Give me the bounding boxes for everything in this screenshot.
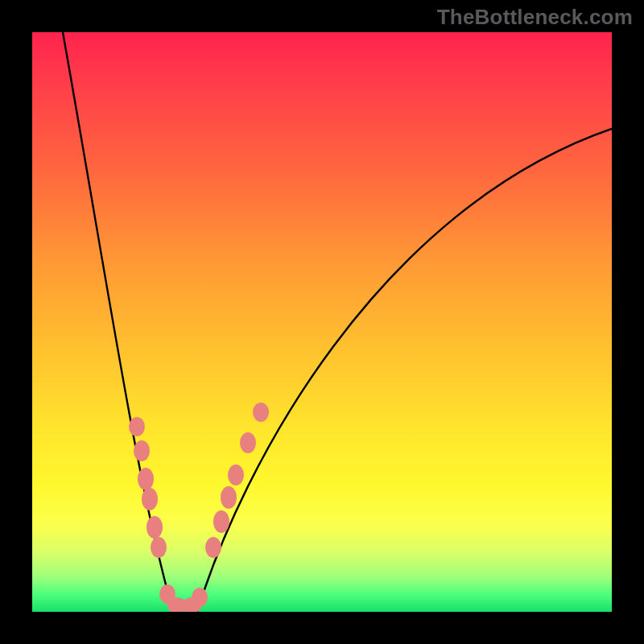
data-marker	[213, 510, 229, 533]
data-marker	[151, 537, 167, 558]
data-marker	[138, 468, 154, 490]
plot-area	[32, 32, 612, 612]
curve-group	[63, 32, 612, 612]
watermark-text: TheBottleneck.com	[437, 5, 633, 30]
chart-svg	[32, 32, 612, 612]
data-marker	[228, 464, 244, 485]
chart-frame: TheBottleneck.com	[0, 0, 644, 644]
data-marker	[142, 488, 158, 510]
data-marker	[147, 516, 163, 539]
data-marker	[192, 588, 208, 607]
curve-right	[197, 129, 612, 612]
data-marker	[134, 440, 150, 461]
data-marker	[205, 537, 221, 558]
data-marker	[129, 417, 145, 436]
data-marker	[240, 432, 256, 453]
data-marker	[253, 402, 269, 422]
data-marker	[221, 486, 237, 509]
marker-group	[129, 402, 269, 612]
